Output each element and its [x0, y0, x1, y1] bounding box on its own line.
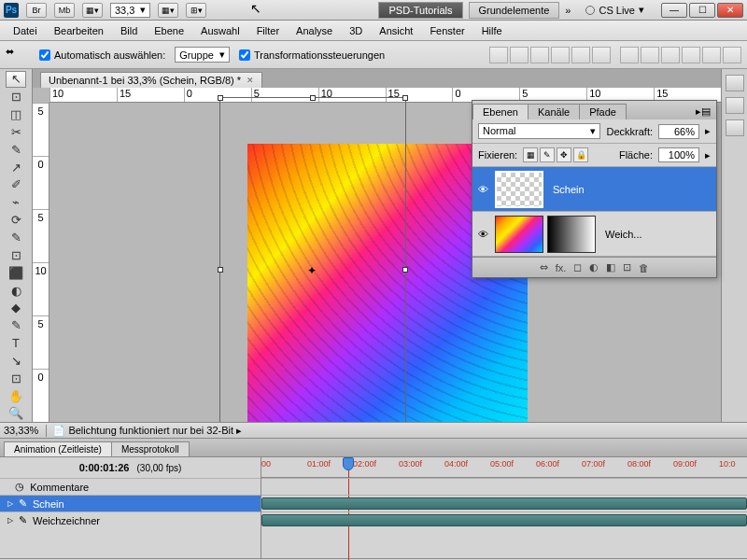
track-lane[interactable] [261, 511, 747, 528]
layer-action-icon[interactable]: fx. [556, 262, 567, 273]
opacity-input[interactable]: 66% [658, 124, 699, 139]
clip[interactable] [261, 514, 747, 526]
transform-handle[interactable] [218, 95, 223, 101]
layer-thumbnail[interactable] [495, 216, 543, 253]
menu-bild[interactable]: Bild [113, 23, 145, 38]
tool-button[interactable]: ⬛ [6, 264, 26, 281]
close-tab-icon[interactable]: ✕ [247, 76, 254, 85]
transform-handle[interactable] [402, 95, 408, 101]
transform-handle[interactable] [218, 267, 223, 273]
menu-hilfe[interactable]: Hilfe [474, 23, 510, 38]
track-header[interactable]: ◷Kommentare ↖ [0, 478, 261, 495]
tool-button[interactable]: ◐ [6, 282, 26, 299]
tab-paths[interactable]: Pfade [579, 104, 627, 119]
tab-messprotokoll[interactable]: Messprotokoll [111, 441, 190, 456]
menu-auswahl[interactable]: Auswahl [193, 23, 247, 38]
tool-button[interactable]: ⟳ [6, 212, 26, 229]
layer-row[interactable]: 👁 Schein [472, 167, 716, 212]
layer-mask-thumbnail[interactable] [547, 216, 596, 253]
distribute-button[interactable] [682, 47, 700, 63]
menu-fenster[interactable]: Fenster [422, 23, 472, 38]
tool-button[interactable]: ↖ [6, 71, 26, 88]
playhead[interactable] [343, 457, 354, 470]
align-button[interactable] [489, 47, 508, 63]
blend-mode-select[interactable]: Normal▾ [478, 123, 600, 139]
transform-center-icon[interactable]: ✦ [307, 264, 317, 277]
transform-controls-checkbox[interactable]: Transformationssteuerungen [239, 49, 385, 61]
auto-select-checkbox[interactable]: Automatisch auswählen: [39, 49, 165, 61]
track-lane[interactable] [261, 495, 747, 511]
track-header[interactable]: ▷✎Schein [0, 495, 261, 511]
layer-action-icon[interactable]: ◧ [606, 261, 615, 273]
layer-action-icon[interactable]: ⇔ [540, 261, 548, 273]
minimize-button[interactable]: — [661, 3, 687, 18]
transform-handle[interactable] [402, 267, 408, 273]
align-button[interactable] [510, 47, 529, 63]
transform-bounding-box[interactable]: ✦ [219, 97, 406, 422]
minibridge-button[interactable]: Mb [54, 3, 75, 18]
layer-action-icon[interactable]: ◐ [589, 261, 599, 273]
distribute-button[interactable] [702, 47, 721, 63]
tab-layers[interactable]: Ebenen [472, 104, 529, 119]
dock-panel-icon[interactable] [726, 119, 744, 136]
align-button[interactable] [592, 47, 611, 63]
timeline-ruler[interactable]: 0001:00f02:00f03:00f04:00f05:00f06:00f07… [261, 457, 747, 478]
menu-bearbeiten[interactable]: Bearbeiten [47, 23, 111, 38]
track-header[interactable]: ▷✎Weichzeichner [0, 511, 261, 528]
tool-button[interactable]: ⌁ [6, 194, 26, 211]
layer-action-icon[interactable]: ⊡ [623, 261, 631, 273]
tool-button[interactable]: ⊡ [6, 370, 26, 386]
tab-animation[interactable]: Animation (Zeitleiste) [4, 441, 112, 456]
fill-slider-icon[interactable]: ▸ [705, 149, 711, 161]
visibility-toggle-icon[interactable]: 👁 [472, 229, 493, 240]
lock-pixels-icon[interactable]: ✎ [540, 147, 555, 162]
tool-button[interactable]: T [6, 335, 26, 352]
layer-thumbnail[interactable] [495, 171, 543, 208]
align-button[interactable] [530, 47, 549, 63]
align-button[interactable] [571, 47, 590, 63]
panel-menu-icon[interactable]: ▸▤ [690, 104, 716, 119]
distribute-button[interactable] [641, 47, 659, 63]
tool-button[interactable]: ✎ [6, 230, 26, 246]
opacity-slider-icon[interactable]: ▸ [705, 125, 711, 137]
layer-row[interactable]: 👁 Weich... [472, 212, 716, 257]
tool-button[interactable]: ◫ [6, 106, 26, 123]
menu-datei[interactable]: Datei [6, 23, 45, 38]
lock-position-icon[interactable]: ✥ [557, 147, 571, 162]
layer-name[interactable]: Schein [545, 184, 716, 195]
auto-select-target[interactable]: Gruppe▾ [175, 47, 230, 63]
arrange-docs-button[interactable]: ▦▾ [82, 3, 103, 18]
tool-button[interactable]: ↘ [6, 353, 26, 370]
document-tab[interactable]: Unbenannt-1 bei 33,3% (Schein, RGB/8) *✕ [40, 72, 262, 88]
menu-3d[interactable]: 3D [342, 23, 370, 38]
distribute-button[interactable] [661, 47, 680, 63]
align-button[interactable] [551, 47, 570, 63]
lock-transparency-icon[interactable]: ▦ [523, 147, 538, 162]
tool-button[interactable]: ✎ [6, 141, 26, 158]
extras-button[interactable]: ⊞▾ [186, 3, 206, 18]
distribute-button[interactable] [723, 47, 741, 63]
layer-name[interactable]: Weich... [598, 229, 716, 240]
tool-button[interactable]: ⊡ [6, 89, 26, 105]
menu-filter[interactable]: Filter [249, 23, 287, 38]
tool-button[interactable]: ⊡ [6, 246, 26, 263]
distribute-button[interactable] [620, 47, 639, 63]
tool-button[interactable]: 🔍 [6, 405, 26, 422]
menu-ansicht[interactable]: Ansicht [372, 23, 420, 38]
tool-button[interactable]: ✂ [6, 124, 26, 141]
tool-button[interactable]: ✐ [6, 176, 26, 193]
tool-button[interactable]: ✋ [6, 387, 26, 404]
dock-panel-icon[interactable] [726, 97, 744, 114]
dock-panel-icon[interactable] [726, 75, 744, 91]
timecode-display[interactable]: 0:00:01:26 [79, 462, 130, 473]
clip[interactable] [261, 497, 747, 510]
tab-channels[interactable]: Kanäle [528, 104, 580, 119]
lock-all-icon[interactable]: 🔒 [573, 147, 588, 162]
transform-handle[interactable] [310, 95, 316, 101]
layer-action-icon[interactable]: 🗑 [639, 262, 649, 273]
bridge-button[interactable]: Br [26, 3, 47, 18]
tool-button[interactable]: ◆ [6, 300, 26, 316]
maximize-button[interactable]: ☐ [689, 3, 715, 18]
tool-button[interactable]: ↗ [6, 159, 26, 175]
visibility-toggle-icon[interactable]: 👁 [472, 184, 493, 195]
